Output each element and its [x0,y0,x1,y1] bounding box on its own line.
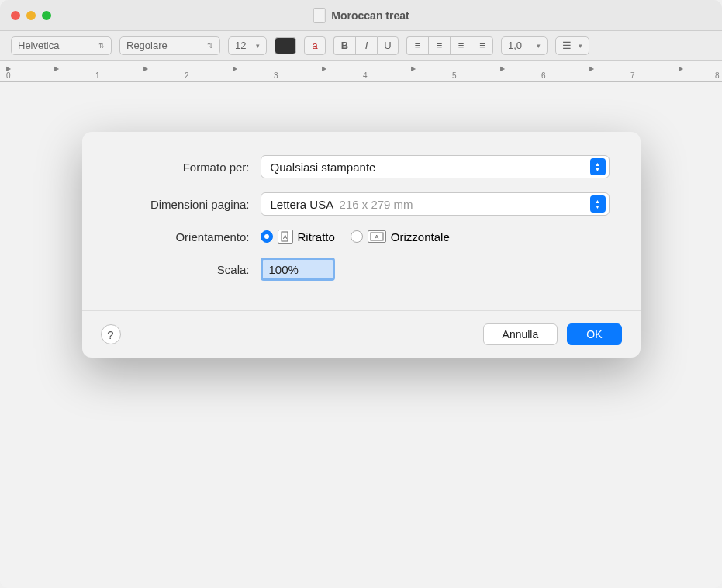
orientation-row: Orientamento: A Ritratto A [113,230,610,244]
scale-row: Scala: [113,258,610,281]
svg-text:A: A [283,233,288,240]
scale-input[interactable] [261,258,335,281]
orientation-landscape-label: Orizzontale [391,230,450,244]
dropdown-arrows-icon: ▲▼ [590,195,606,213]
dialog-footer: ? Annulla OK [82,310,641,358]
ok-button[interactable]: OK [567,323,621,345]
orientation-landscape-radio[interactable]: A Orizzontale [351,230,450,244]
svg-text:A: A [375,233,379,240]
portrait-icon: A [278,230,293,244]
format-for-select[interactable]: Qualsiasi stampante ▲▼ [261,155,610,178]
format-for-value: Qualsiasi stampante [271,161,376,174]
modal-overlay: Formato per: Qualsiasi stampante ▲▼ Dime… [0,0,722,588]
help-button[interactable]: ? [101,324,121,344]
dropdown-arrows-icon: ▲▼ [590,158,606,175]
page-setup-dialog: Formato per: Qualsiasi stampante ▲▼ Dime… [82,132,641,358]
cancel-button[interactable]: Annulla [483,323,558,345]
radio-checked-icon [261,230,273,243]
footer-buttons: Annulla OK [483,323,622,345]
help-icon: ? [107,328,113,341]
app-window: Moroccan treat Helvetica ⇅ Regolare ⇅ 12… [0,0,722,588]
landscape-icon: A [368,230,386,243]
dialog-body: Formato per: Qualsiasi stampante ▲▼ Dime… [82,132,641,310]
cancel-button-label: Annulla [503,328,539,341]
orientation-portrait-radio[interactable]: A Ritratto [261,230,335,244]
ok-button-label: OK [586,328,602,341]
radio-unchecked-icon [351,230,363,243]
orientation-portrait-label: Ritratto [298,230,335,244]
orientation-label: Orientamento: [113,230,261,244]
scale-label: Scala: [113,263,261,276]
orientation-radio-group: A Ritratto A Orizzontale [261,230,450,244]
page-size-label: Dimensioni pagina: [113,198,261,211]
page-size-row: Dimensioni pagina: Lettera USA 216 x 279… [113,192,610,216]
page-size-select[interactable]: Lettera USA 216 x 279 mm ▲▼ [261,192,610,216]
format-for-label: Formato per: [113,161,261,174]
page-size-detail: 216 x 279 mm [340,198,413,211]
format-for-row: Formato per: Qualsiasi stampante ▲▼ [113,155,610,178]
page-size-value: Lettera USA [271,198,333,211]
